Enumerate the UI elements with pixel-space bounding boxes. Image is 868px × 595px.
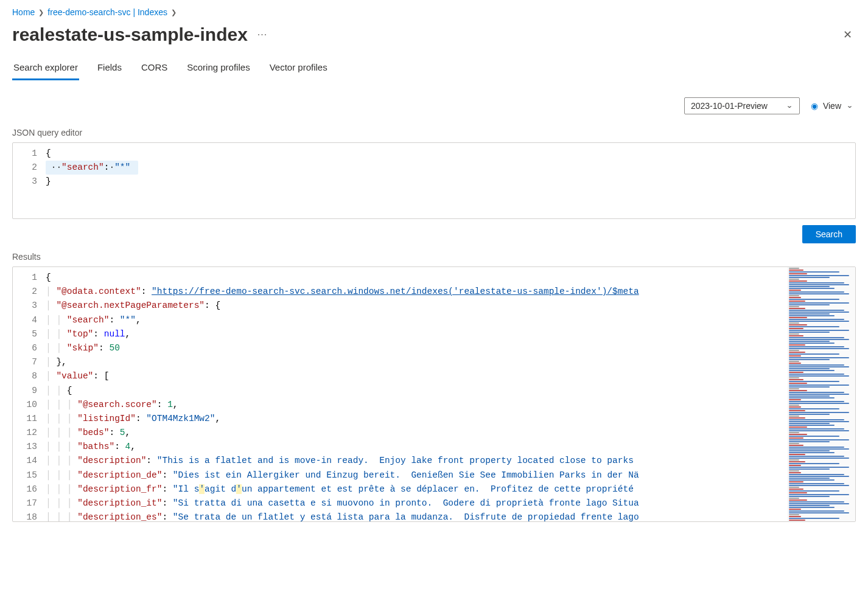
tab-cors[interactable]: CORS [140, 57, 169, 80]
query-editor-label: JSON query editor [0, 119, 868, 140]
minimap[interactable]: // placeholder — populated below [787, 267, 855, 521]
tab-scoring-profiles[interactable]: Scoring profiles [186, 57, 251, 80]
tab-fields[interactable]: Fields [96, 57, 123, 80]
tab-vector-profiles[interactable]: Vector profiles [268, 57, 329, 80]
close-button[interactable]: ✕ [839, 24, 856, 45]
breadcrumb-home[interactable]: Home [12, 7, 35, 17]
view-label: View [823, 101, 841, 111]
eye-icon: ◉ [811, 101, 818, 111]
api-version-dropdown[interactable]: 2023-10-01-Preview ⌄ [684, 97, 800, 114]
results-panel: 123456789 101112131415161718 { │ "@odata… [12, 266, 856, 522]
breadcrumb: Home ❯ free-demo-search-svc | Indexes ❯ [0, 0, 868, 19]
json-query-editor[interactable]: 123 { ··"search":·"*" } [12, 142, 856, 219]
tab-search-explorer[interactable]: Search explorer [12, 57, 79, 80]
editor-gutter: 123 [13, 143, 46, 193]
breadcrumb-service[interactable]: free-demo-search-svc | Indexes [47, 7, 167, 17]
results-content[interactable]: { │ "@odata.context": "https://free-demo… [46, 267, 787, 521]
more-actions-button[interactable]: ··· [255, 27, 270, 43]
editor-content[interactable]: { ··"search":·"*" } [46, 143, 855, 193]
page-title: realestate-us-sample-index [12, 24, 248, 45]
chevron-down-icon: ⌄ [846, 102, 853, 109]
api-version-value: 2023-10-01-Preview [691, 101, 768, 111]
chevron-right-icon: ❯ [171, 9, 177, 16]
results-gutter: 123456789 101112131415161718 [13, 267, 46, 521]
view-toggle-button[interactable]: ◉ View ⌄ [811, 101, 853, 111]
chevron-right-icon: ❯ [38, 9, 44, 16]
search-button[interactable]: Search [802, 225, 856, 243]
tab-bar: Search explorer Fields CORS Scoring prof… [0, 52, 868, 80]
results-label: Results [0, 243, 868, 264]
chevron-down-icon: ⌄ [786, 102, 793, 109]
